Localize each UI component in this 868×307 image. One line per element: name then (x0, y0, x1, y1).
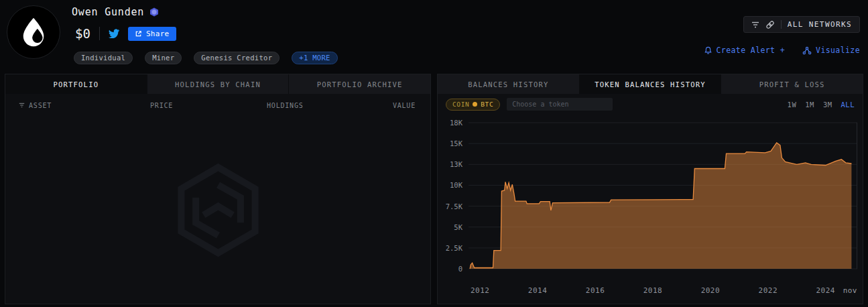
x-tick-label: 2022 (759, 286, 778, 295)
column-price: PRICE (150, 102, 267, 109)
chart-controls: COIN BTC 1W 1M 3M ALL (438, 94, 863, 115)
range-all[interactable]: ALL (841, 101, 855, 109)
tab-balances-history[interactable]: BALANCES HISTORY (438, 74, 580, 94)
entity-header: Owen Gunden $0 Share Individual Miner Ge… (0, 0, 868, 71)
token-search-input[interactable] (507, 98, 613, 111)
y-tick-label: 15K (450, 139, 462, 147)
tab-holdings-by-chain[interactable]: HOLDINGS BY CHAIN (147, 74, 290, 94)
y-axis-labels: 02.5K5K7.5K10K13K15K18K (438, 115, 469, 284)
portfolio-panel: PORTFOLIO HOLDINGS BY CHAIN PORTFOLIO AR… (5, 74, 431, 304)
tag-more[interactable]: +1 MORE (292, 52, 337, 64)
x-axis-end-label: nov (843, 286, 857, 295)
divider (99, 27, 100, 40)
tab-token-balances-history[interactable]: TOKEN BALANCES HISTORY (580, 74, 722, 94)
all-networks-button[interactable]: ALL NETWORKS (788, 20, 852, 29)
y-tick-label: 18K (450, 119, 462, 127)
y-tick-label: 7.5K (446, 202, 462, 210)
tag-genesis-creditor[interactable]: Genesis Creditor (194, 52, 280, 64)
tab-portfolio-archive[interactable]: PORTFOLIO ARCHIVE (289, 74, 430, 94)
coin-dot (473, 102, 477, 107)
create-alert-label: Create Alert + (717, 46, 786, 55)
x-tick-label: 2018 (643, 286, 663, 295)
share-label: Share (146, 29, 170, 38)
entity-name: Owen Gunden (72, 6, 144, 18)
coin-toggle-label: COIN (452, 101, 469, 108)
column-asset: ASSET (19, 102, 150, 109)
asset-filter-icon[interactable] (19, 103, 25, 108)
column-value: VALUE (381, 102, 416, 109)
x-tick-label: 2024 (816, 286, 835, 295)
column-holdings: HOLDINGS (267, 102, 381, 109)
y-tick-label: 5K (454, 223, 462, 231)
portfolio-tabbar: PORTFOLIO HOLDINGS BY CHAIN PORTFOLIO AR… (5, 74, 430, 94)
entity-tags: Individual Miner Genesis Creditor +1 MOR… (74, 52, 338, 64)
coin-toggle[interactable]: COIN BTC (446, 99, 500, 111)
x-tick-label: 2014 (528, 286, 548, 295)
entity-badge-icon (149, 7, 159, 17)
bell-icon (704, 46, 712, 55)
range-selector: 1W 1M 3M ALL (788, 101, 855, 109)
y-tick-label: 13K (450, 160, 462, 168)
tag-miner[interactable]: Miner (145, 52, 182, 64)
range-1w[interactable]: 1W (788, 101, 797, 109)
networks-control[interactable]: ALL NETWORKS (743, 16, 860, 33)
portfolio-value: $0 (75, 26, 90, 41)
range-3m[interactable]: 3M (823, 101, 832, 109)
column-asset-label: ASSET (29, 102, 52, 109)
holdings-table-header: ASSET PRICE HOLDINGS VALUE (5, 94, 430, 117)
tab-portfolio[interactable]: PORTFOLIO (5, 74, 147, 94)
tab-profit-loss[interactable]: PROFIT & LOSS (721, 74, 863, 94)
x-tick-label: 2020 (701, 286, 721, 295)
coin-selected: BTC (481, 101, 493, 108)
divider (781, 20, 782, 29)
visualize-label: Visualize (816, 46, 860, 55)
y-tick-label: 10K (450, 181, 462, 189)
filter-icon[interactable] (751, 21, 759, 28)
x-tick-label: 2016 (586, 286, 605, 295)
share-icon (135, 30, 142, 38)
create-alert-button[interactable]: Create Alert + (704, 46, 786, 55)
x-axis-labels: 2012201420162018202020222024nov (469, 284, 857, 298)
visualize-button[interactable]: Visualize (802, 46, 860, 55)
y-tick-label: 0 (458, 265, 462, 273)
chart-tabbar: BALANCES HISTORY TOKEN BALANCES HISTORY … (438, 74, 863, 94)
empty-table-body (5, 117, 430, 304)
drop-logo (15, 14, 52, 50)
range-1m[interactable]: 1M (805, 101, 814, 109)
chart-area: 02.5K5K7.5K10K13K15K18K (438, 115, 863, 284)
tag-individual[interactable]: Individual (74, 52, 133, 64)
chart-panel: BALANCES HISTORY TOKEN BALANCES HISTORY … (437, 74, 863, 304)
x-tick-label: 2012 (471, 286, 490, 295)
y-tick-label: 2.5K (446, 244, 462, 252)
plot-region (469, 115, 857, 284)
avatar (7, 5, 60, 59)
arkham-watermark-logo (170, 162, 267, 259)
twitter-icon[interactable] (109, 29, 119, 38)
token-balances-chart[interactable] (469, 115, 857, 284)
link-icon[interactable] (765, 20, 775, 29)
share-button[interactable]: Share (128, 27, 176, 41)
visualize-icon (802, 46, 812, 55)
